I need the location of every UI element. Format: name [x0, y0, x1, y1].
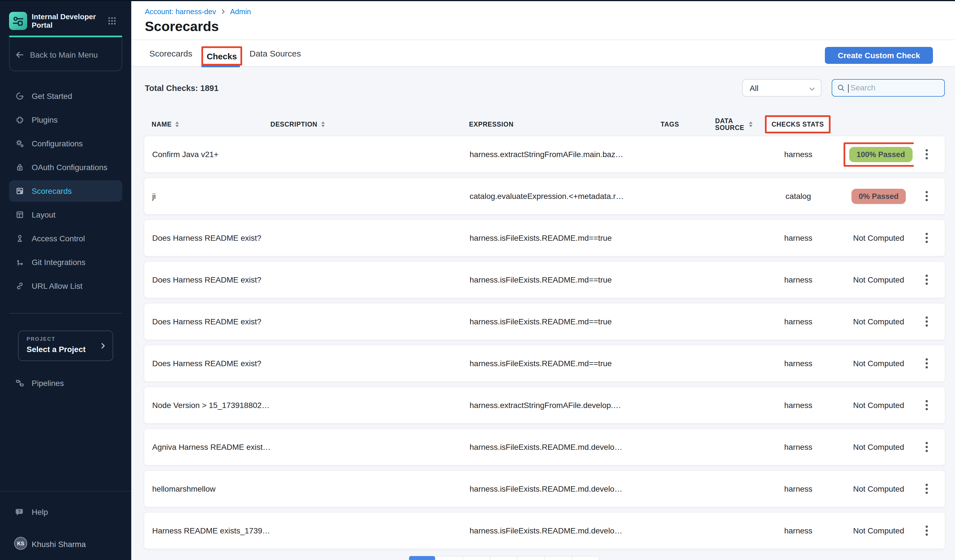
page-button-active[interactable] [409, 556, 435, 560]
checks-content: Total Checks: 1891 All NAMEDESCRIPTIONEX… [131, 67, 955, 560]
table-row: Agniva Harness README exists...harness.i… [144, 428, 946, 466]
check-expression: harness.extractStringFromAFile.main.baze… [470, 150, 625, 159]
check-data-source: harness [753, 150, 844, 159]
sidebar-bottom-divider [0, 491, 131, 491]
sidebar-item-label: Access Control [32, 234, 85, 243]
sidebar-item-pipelines[interactable]: Pipelines [0, 371, 131, 395]
sort-icon[interactable] [749, 122, 753, 127]
passed-badge: 100% Passed [849, 147, 912, 162]
column-header-data-source[interactable]: DATA SOURCE [715, 117, 753, 131]
check-expression: harness.isFileExists.README.md==true [470, 359, 625, 368]
check-name: Does Harness README exist? [152, 275, 271, 284]
sidebar: Internal Developer Portal Back to Main M… [0, 0, 131, 560]
column-label: DATA SOURCE [715, 117, 745, 131]
sidebar-item-label: Layout [32, 210, 55, 219]
check-expression: harness.isFileExists.README.md==true [470, 233, 625, 242]
row-menu-button[interactable] [923, 147, 930, 162]
help-chat-icon: ? [15, 507, 24, 516]
search-input[interactable] [850, 80, 941, 95]
check-name: Harness README exists_173917... [152, 526, 271, 535]
row-menu-button[interactable] [923, 440, 930, 454]
row-menu-button[interactable] [923, 272, 930, 287]
filter-dropdown[interactable]: All [742, 79, 822, 97]
table-header: NAMEDESCRIPTIONEXPRESSIONTAGSDATA SOURCE… [144, 115, 946, 131]
app-grid-icon[interactable] [108, 16, 117, 25]
back-to-main-menu[interactable]: Back to Main Menu [9, 38, 122, 71]
page-button[interactable] [572, 556, 599, 560]
accent-divider [9, 36, 122, 37]
table-row: Does Harness README exist?harness.isFile… [144, 345, 946, 382]
column-label: NAME [152, 121, 172, 128]
page-button[interactable] [518, 556, 545, 560]
sidebar-item-plugins[interactable]: Plugins [0, 108, 131, 132]
create-custom-check-button[interactable]: Create Custom Check [825, 47, 933, 64]
help-button[interactable]: ? Help [0, 500, 131, 524]
row-menu-button[interactable] [923, 231, 930, 245]
sidebar-item-configurations[interactable]: Configurations [0, 132, 131, 155]
row-menu-button[interactable] [923, 482, 930, 496]
sidebar-item-layout[interactable]: Layout [0, 203, 131, 226]
table-row: Does Harness README exist?harness.isFile… [144, 219, 946, 257]
page-button[interactable] [490, 556, 518, 560]
row-menu-button[interactable] [923, 523, 930, 538]
annotation-box-checks-tab[interactable]: Checks [201, 46, 242, 66]
check-expression: harness.isFileExists.README.md==true [470, 317, 625, 326]
sort-icon[interactable] [176, 122, 179, 127]
row-menu-button[interactable] [923, 314, 930, 329]
check-stats-not-computed: Not Computed [844, 275, 914, 284]
sort-icon[interactable] [321, 122, 325, 127]
sidebar-item-label: Scorecards [32, 187, 72, 195]
layout-icon [15, 210, 24, 219]
sidebar-item-label: Git Integrations [32, 258, 85, 267]
access-control-icon [15, 234, 24, 243]
page-title: Scorecards [145, 19, 219, 34]
breadcrumb-admin-link[interactable]: Admin [230, 7, 251, 16]
sidebar-item-get-started[interactable]: Get Started [0, 84, 131, 108]
plugins-icon [15, 115, 24, 124]
sidebar-item-git-integrations[interactable]: Git Integrations [0, 250, 131, 274]
column-header-name[interactable]: NAME [152, 121, 271, 128]
main-area: Account: harness-dev Admin Scorecards Sc… [131, 0, 955, 560]
check-expression: harness.isFileExists.README.md.develop==… [470, 484, 625, 493]
tab-scorecards[interactable]: Scorecards [149, 40, 193, 66]
row-menu-button[interactable] [923, 398, 930, 412]
git-integrations-icon [15, 258, 24, 267]
page-button[interactable] [463, 556, 490, 560]
chevron-right-icon [220, 8, 226, 15]
check-stats-not-computed: Not Computed [844, 233, 914, 242]
breadcrumb-account-link[interactable]: Account: harness-dev [145, 7, 216, 16]
tab-data-sources[interactable]: Data Sources [249, 40, 301, 66]
pipelines-icon [15, 379, 24, 388]
check-name: Does Harness README exist? [152, 233, 271, 242]
annotation-box-stats-badge: 100% Passed [844, 142, 914, 167]
check-data-source: harness [753, 443, 844, 451]
row-menu-button[interactable] [923, 189, 930, 203]
check-stats-not-computed: Not Computed [844, 359, 914, 368]
check-data-source: harness [753, 359, 844, 368]
window-top-edge [0, 0, 955, 1]
check-name: hellomarshmellow [152, 484, 271, 493]
column-header-description[interactable]: DESCRIPTION [271, 121, 469, 128]
row-menu-button[interactable] [923, 356, 930, 371]
check-expression: harness.isFileExists.README.md==true [470, 275, 625, 284]
filter-value: All [750, 84, 758, 93]
project-selector[interactable]: PROJECT Select a Project [18, 331, 113, 361]
sidebar-item-label: OAuth Configurations [32, 163, 108, 172]
sidebar-item-oauth-configurations[interactable]: OAuth Configurations [0, 155, 131, 179]
sidebar-item-access-control[interactable]: Access Control [0, 226, 131, 250]
page-button[interactable] [545, 556, 572, 560]
checks-table: Confirm Java v21+harness.extractStringFr… [144, 136, 946, 554]
tab-checks[interactable]: Checks [207, 51, 237, 61]
sidebar-item-url-allow-list[interactable]: URL Allow List [0, 274, 131, 298]
check-name: Does Harness README exist? [152, 359, 271, 368]
column-header-checks-stats: CHECKS STATS [753, 115, 843, 133]
sidebar-divider [9, 313, 122, 314]
check-data-source: harness [753, 317, 844, 326]
svg-text:?: ? [18, 509, 20, 514]
project-value: Select a Project [27, 345, 86, 354]
column-header-tags: TAGS [625, 121, 715, 128]
sidebar-item-scorecards[interactable]: Scorecards [0, 179, 131, 203]
search-icon [837, 84, 845, 94]
avatar[interactable]: KS [14, 537, 27, 550]
page-button[interactable] [436, 556, 463, 560]
